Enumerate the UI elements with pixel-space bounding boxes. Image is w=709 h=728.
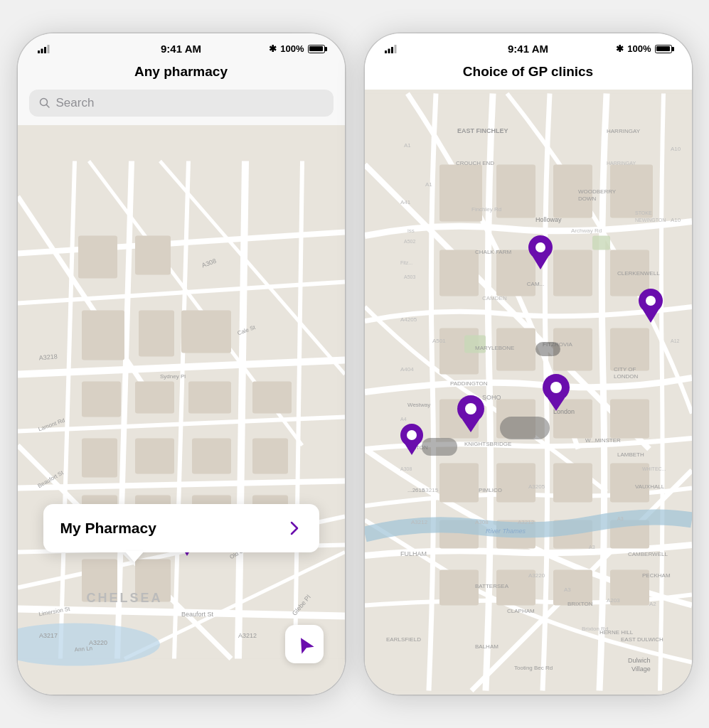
right-map-area: EAST FINCHLEY HARRINGAY HARRINGAY CROUCH… [365,90,692,695]
svg-text:Finchley Rd: Finchley Rd [471,206,501,213]
svg-text:CAMBERWELL: CAMBERWELL [628,551,668,557]
search-icon [39,97,50,109]
svg-text:A41: A41 [400,199,411,205]
svg-text:A4205: A4205 [400,316,417,323]
battery-icon [308,45,325,53]
svg-rect-65 [388,48,390,53]
cluster-blob-1 [500,417,550,439]
svg-text:A203: A203 [607,597,620,604]
right-bluetooth-icon: ✱ [616,43,624,54]
svg-text:HARRINGAY: HARRINGAY [607,161,636,166]
svg-line-5 [46,105,49,108]
svg-text:MARYLEBONE: MARYLEBONE [475,345,514,351]
svg-text:Sydney Pl: Sydney Pl [160,373,186,380]
gp-pin-4[interactable] [457,395,484,435]
svg-text:FULHAM: FULHAM [400,550,427,557]
signal-icon [38,45,50,53]
svg-text:A502: A502 [404,239,415,244]
gp-pin-5[interactable] [400,424,423,458]
location-arrow-icon [294,634,314,654]
svg-point-176 [465,403,476,414]
svg-text:KNIGHTSBRIDGE: KNIGHTSBRIDGE [464,441,511,447]
svg-text:A1: A1 [404,142,411,149]
scene: 9:41 AM ✱ 100% Any pharmacy Search [0,5,709,723]
svg-text:PECKHAM: PECKHAM [642,572,671,579]
svg-rect-25 [78,236,117,279]
svg-point-173 [550,382,562,393]
svg-text:A4: A4 [400,417,407,422]
svg-text:A3220: A3220 [528,572,545,579]
right-battery-icon [655,45,672,53]
svg-text:CITY OFLONDON: CITY OFLONDON [614,366,638,380]
svg-text:A308: A308 [475,519,489,525]
svg-text:A503: A503 [404,274,415,279]
svg-text:A308: A308 [400,466,412,471]
right-battery-percent: 100% [627,43,651,54]
svg-text:Westway: Westway [407,402,430,408]
svg-text:LAMBETH: LAMBETH [617,451,644,458]
search-placeholder: Search [56,96,95,110]
svg-text:CHELSEA: CHELSEA [86,591,162,605]
left-screen-title: Any pharmacy [18,58,345,90]
pharmacy-name: My Pharmacy [60,520,156,537]
svg-text:A12: A12 [671,338,680,343]
svg-text:HARRINGAY: HARRINGAY [607,128,641,134]
svg-text:EARLSFIELD: EARLSFIELD [386,636,421,643]
svg-text:Tooting Bec Rd: Tooting Bec Rd [514,665,553,671]
left-map-svg: CHELSEA Beaufort St Lamont Rd Sydney Pl … [18,125,345,695]
gp-pin-2[interactable] [639,289,663,326]
svg-rect-3 [47,45,49,53]
right-screen-title: Choice of GP clinics [365,58,692,90]
gp-pin-3[interactable] [543,374,570,414]
svg-rect-67 [394,45,396,53]
svg-text:BRIXTON: BRIXTON [567,601,593,607]
svg-text:A10: A10 [671,146,681,152]
signal-indicator [38,45,50,53]
svg-text:A3: A3 [564,587,571,593]
svg-marker-180 [405,444,419,455]
svg-text:CHALK FARM: CHALK FARM [475,249,511,255]
svg-marker-177 [462,419,479,432]
right-status-time: 9:41 AM [508,43,548,55]
cluster-blob-3 [535,342,560,356]
svg-rect-98 [592,236,610,250]
right-signal-icon [385,45,397,53]
svg-rect-70 [439,250,479,296]
search-bar-container: Search [18,90,345,125]
svg-rect-31 [135,382,174,414]
svg-rect-2 [44,47,46,53]
svg-text:PADDINGTON: PADDINGTON [450,380,488,387]
svg-text:Fitz...: Fitz... [400,260,412,265]
svg-rect-36 [192,439,231,474]
svg-point-167 [535,242,545,252]
svg-text:CLAPHAM: CLAPHAM [507,608,535,614]
gp-pin-1[interactable] [528,235,553,272]
svg-text:Brixton Rd: Brixton Rd [582,626,608,632]
svg-rect-66 [391,47,393,53]
left-phone: 9:41 AM ✱ 100% Any pharmacy Search [18,33,345,695]
svg-rect-71 [496,165,535,218]
right-phone: 9:41 AM ✱ 100% Choice of GP clinics [365,33,692,695]
pharmacy-card[interactable]: My Pharmacy [43,504,319,552]
svg-text:Holloway: Holloway [535,216,562,223]
svg-text:A501: A501 [432,338,446,344]
location-button[interactable] [285,625,324,663]
svg-text:A3212: A3212 [411,519,428,525]
search-bar[interactable]: Search [29,90,334,117]
svg-text:WHITEC...: WHITEC... [642,466,666,471]
left-map-area: CHELSEA Beaufort St Lamont Rd Sydney Pl … [18,125,345,695]
svg-text:A3205: A3205 [528,483,545,490]
svg-text:EAST FINCHLEY: EAST FINCHLEY [457,127,508,134]
svg-text:A3215: A3215 [422,487,439,493]
svg-marker-168 [533,257,548,269]
right-status-bar: 9:41 AM ✱ 100% [365,33,692,58]
cluster-blob-2 [422,438,457,456]
svg-marker-171 [643,310,659,323]
svg-text:A2: A2 [649,601,656,607]
svg-rect-35 [135,439,174,474]
svg-rect-93 [439,570,479,606]
svg-text:A3212: A3212 [518,519,535,525]
svg-rect-29 [181,311,231,353]
svg-rect-64 [385,50,387,53]
svg-text:A3212: A3212 [238,632,257,639]
